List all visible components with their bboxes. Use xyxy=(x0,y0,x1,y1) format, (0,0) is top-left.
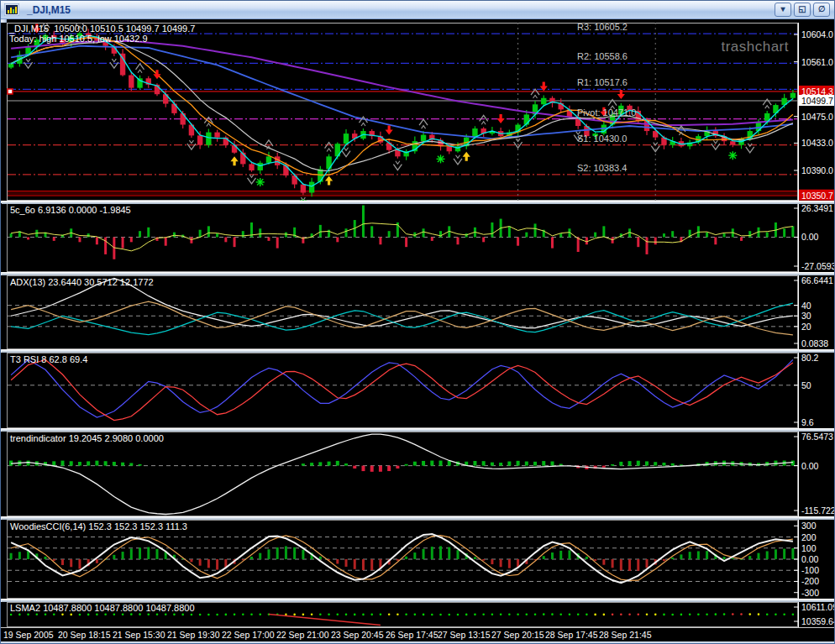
indicator-label-t3rsi: T3 RSI 8 62.8 69.4 xyxy=(10,354,87,364)
scale-label: 100 xyxy=(801,543,817,553)
scale-label: 300 xyxy=(801,521,817,531)
indicator-label-5c6o: 5c_6o 6.9136 0.0000 -1.9845 xyxy=(10,205,131,215)
scale-label: 50 xyxy=(801,380,811,390)
restore-button[interactable]: ◱ xyxy=(794,3,811,17)
scale-label: 76.5473 xyxy=(801,432,833,442)
main-chart-panel[interactable]: 10604.010561.010475.010433.010390.010514… xyxy=(1,23,835,201)
pivot-label: S1: 10430.0 xyxy=(577,134,627,144)
panel-splitter[interactable] xyxy=(2,516,835,520)
scale-label: 0.00 xyxy=(801,554,819,564)
scale-label: 30 xyxy=(801,311,811,321)
time-axis-label: 28 Sep 21:45 xyxy=(599,630,651,640)
scale-label: 10604.0 xyxy=(801,29,833,39)
scale-label: 9.6 xyxy=(801,417,814,427)
indicator-panel-trendindicator[interactable]: 76.54730.00-115.722 xyxy=(1,432,835,516)
panel-splitter[interactable] xyxy=(2,599,835,602)
panel-splitter[interactable] xyxy=(2,428,835,432)
scale-label: -27.0593 xyxy=(801,261,835,271)
scale-label: 0.0838 xyxy=(801,338,828,348)
scale-label: 10359.64 xyxy=(801,616,835,626)
panel-splitter[interactable] xyxy=(2,201,835,204)
indicator-label-woodiescci: WoodiesCCI(6,14) 152.3 152.3 152.3 111.3 xyxy=(10,521,187,531)
window-buttons: ▾ ◱ ∅ xyxy=(775,3,830,17)
watermark: trashchart xyxy=(721,39,789,55)
time-axis[interactable]: 19 Sep 200520 Sep 18:1521 Sep 15:3021 Se… xyxy=(1,627,835,641)
scale-label: 10433.0 xyxy=(801,138,833,148)
indicator-label-adx: ADX(13) 23.6440 30.5712 12.1772 xyxy=(10,277,154,287)
time-axis-label: 20 Sep 18:15 xyxy=(58,630,110,640)
time-axis-label: 22 Sep 17:00 xyxy=(222,630,274,640)
price-marker-label: 10499.7 xyxy=(801,96,833,106)
scale-label: 0.00 xyxy=(801,232,819,242)
indicator-label-trendindicator: trendindicator 19.2045 2.9080 0.0000 xyxy=(10,433,164,443)
pivot-label: R1: 10517.6 xyxy=(577,77,628,87)
panel-splitter[interactable] xyxy=(2,272,835,275)
title-bar[interactable]: _DJI,M15 ▾ ◱ ∅ xyxy=(1,1,834,19)
time-axis-label: 26 Sep 17:45 xyxy=(386,630,438,640)
time-axis-label: 28 Sep 17:45 xyxy=(545,630,597,640)
time-axis-label: 27 Sep 20:15 xyxy=(491,630,544,640)
time-axis-label: 23 Sep 20:45 xyxy=(331,630,383,640)
scale-label: 26.3491 xyxy=(801,203,833,213)
minimize-button[interactable]: ▾ xyxy=(775,3,791,17)
scale-label: 0.00 xyxy=(801,461,819,471)
scale-label: 20 xyxy=(801,322,811,332)
chart-window: _DJI,M15 ▾ ◱ ∅ 10604.010561.010475.01043… xyxy=(0,0,835,644)
chart-today-header: Today: high 10510.5, low 10432.9 xyxy=(9,34,148,44)
indicator-panel-woodiescci[interactable]: 3002001000.00-100-200-300 xyxy=(1,520,835,599)
indicator-label-lsma2: LSMA2 10487.8800 10487.8800 10487.8800 xyxy=(10,603,195,613)
window-title: _DJI,M15 xyxy=(27,4,71,16)
indicator-panel-t3rsi[interactable]: 80.2509.6 xyxy=(1,353,835,428)
panel-splitter[interactable] xyxy=(2,349,835,353)
pivot-label: Pivot: 10471.0 xyxy=(577,107,636,118)
pivot-label: R2: 10558.6 xyxy=(577,51,628,61)
pivot-label: R3: 10605.2 xyxy=(577,22,628,32)
price-marker-label: 10350.7 xyxy=(801,191,833,201)
time-axis-label: 22 Sep 21:00 xyxy=(276,630,328,640)
time-axis-label: 19 Sep 2005 xyxy=(3,630,54,640)
time-axis-label: 21 Sep 15:30 xyxy=(113,630,165,640)
chart-ohlc-header: _DJI,M15 10500.0 10510.5 10499.7 10499.7 xyxy=(9,24,195,34)
time-axis-label: 27 Sep 13:15 xyxy=(438,630,490,640)
scale-label: 200 xyxy=(801,532,817,542)
scale-label: -115.722 xyxy=(801,505,835,516)
chart-icon xyxy=(4,3,19,16)
scale-label: 40 xyxy=(801,301,811,311)
scale-label: 80.2 xyxy=(801,353,819,363)
scale-label: 10561.0 xyxy=(801,57,833,67)
scale-label: 10475.0 xyxy=(801,112,833,122)
pivot-label: S2: 10383.4 xyxy=(577,163,627,173)
time-axis-label: 21 Sep 19:30 xyxy=(167,630,219,640)
scale-label: 10390.0 xyxy=(801,165,833,175)
scale-label: 66.6441 xyxy=(801,275,833,285)
scale-label: -300 xyxy=(801,588,819,598)
close-button[interactable]: ∅ xyxy=(813,3,830,17)
scale-label: -100 xyxy=(801,565,819,575)
scale-label: -200 xyxy=(801,576,819,586)
scale-label: 10611.09 xyxy=(801,602,835,612)
